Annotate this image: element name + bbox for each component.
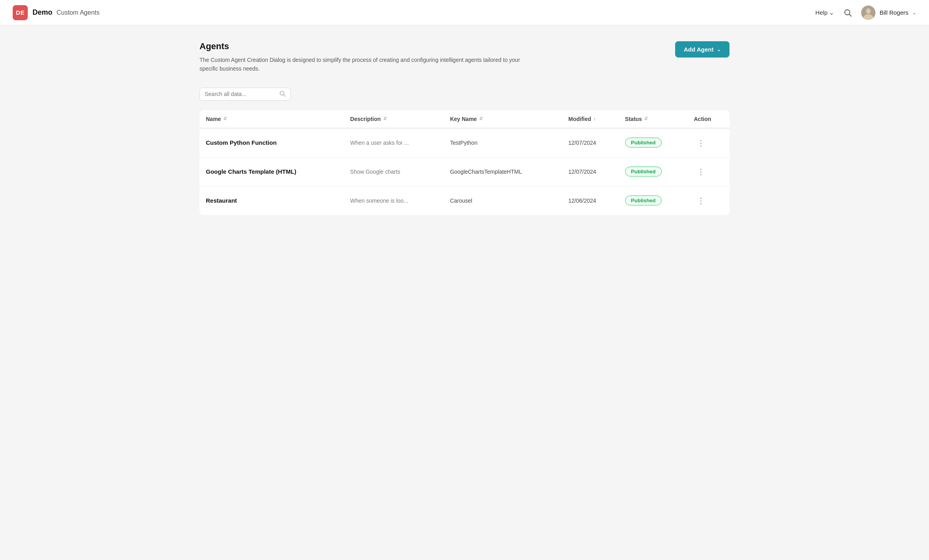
search-icon	[279, 90, 286, 98]
help-label: Help	[816, 9, 828, 16]
table-row: Restaurant When someone is loo... Carous…	[200, 186, 729, 215]
agent-description: When someone is loo...	[350, 198, 408, 204]
page-title: Agents	[200, 41, 525, 52]
agent-name: Custom Python Function	[206, 139, 276, 146]
add-agent-chevron-icon: ⌄	[717, 47, 721, 52]
svg-line-6	[284, 95, 285, 96]
col-header-status: Status ⇵	[619, 110, 688, 128]
action-menu-button[interactable]: ⋮	[694, 194, 708, 207]
logo-badge: DE	[13, 5, 28, 20]
status-sort-icon[interactable]: ⇵	[644, 116, 648, 121]
agent-modified: 12/06/2024	[568, 198, 596, 204]
page-header: Agents The Custom Agent Creation Dialog …	[200, 41, 729, 73]
description-sort-icon[interactable]: ⇵	[383, 116, 387, 121]
status-badge: Published	[625, 138, 662, 148]
page-header-text: Agents The Custom Agent Creation Dialog …	[200, 41, 525, 73]
avatar	[861, 6, 875, 20]
app-sub-name: Custom Agents	[56, 9, 100, 16]
agents-table: Name ⇵ Description ⇵ Key Name ⇵	[200, 110, 729, 215]
search-bar	[200, 88, 729, 101]
help-button[interactable]: Help ⌄	[816, 9, 835, 16]
agent-description: When a user asks for ...	[350, 140, 409, 146]
name-sort-icon[interactable]: ⇵	[223, 116, 227, 121]
user-name: Bill Rogers	[879, 9, 908, 16]
keyname-sort-icon[interactable]: ⇵	[479, 116, 483, 121]
action-menu-button[interactable]: ⋮	[694, 136, 708, 149]
agent-name: Google Charts Template (HTML)	[206, 168, 296, 175]
agent-keyname: Carousel	[450, 198, 472, 204]
col-header-keyname: Key Name ⇵	[443, 110, 562, 128]
action-menu-button[interactable]: ⋮	[694, 165, 708, 178]
status-badge: Published	[625, 196, 662, 205]
search-icon	[844, 9, 852, 17]
table-row: Custom Python Function When a user asks …	[200, 128, 729, 157]
user-info[interactable]: Bill Rogers ⌄	[861, 6, 916, 20]
modified-sort-icon[interactable]: ↑	[593, 117, 596, 121]
svg-line-1	[849, 14, 851, 16]
table-row: Google Charts Template (HTML) Show Googl…	[200, 157, 729, 186]
search-input-wrap	[200, 88, 291, 101]
col-header-name: Name ⇵	[200, 110, 344, 128]
header-search-button[interactable]	[844, 9, 852, 17]
col-header-action: Action	[687, 110, 729, 128]
agent-name: Restaurant	[206, 197, 237, 204]
agent-modified: 12/07/2024	[568, 140, 596, 146]
add-agent-button[interactable]: Add Agent ⌄	[675, 41, 729, 58]
header-logo-area: DE Demo Custom Agents	[13, 5, 816, 20]
app-header: DE Demo Custom Agents Help ⌄	[0, 0, 929, 25]
user-chevron-icon: ⌄	[912, 10, 916, 15]
status-badge: Published	[625, 167, 662, 176]
table-header-row: Name ⇵ Description ⇵ Key Name ⇵	[200, 110, 729, 128]
agent-modified: 12/07/2024	[568, 169, 596, 175]
table-wrapper: Name ⇵ Description ⇵ Key Name ⇵	[200, 110, 729, 215]
search-input[interactable]	[205, 91, 276, 97]
col-header-description: Description ⇵	[344, 110, 444, 128]
header-right: Help ⌄ Bill Rogers ⌄	[816, 6, 916, 20]
svg-point-3	[866, 8, 871, 14]
page-description: The Custom Agent Creation Dialog is desi…	[200, 56, 525, 73]
app-name: Demo	[33, 8, 52, 16]
agent-keyname: TestPython	[450, 140, 477, 146]
agent-keyname: GoogleChartsTemplateHTML	[450, 169, 522, 175]
add-agent-label: Add Agent	[684, 46, 714, 53]
main-content: Agents The Custom Agent Creation Dialog …	[187, 25, 742, 231]
agent-description: Show Google charts	[350, 169, 400, 175]
col-header-modified: Modified ↑	[562, 110, 619, 128]
help-chevron-icon: ⌄	[829, 9, 834, 16]
